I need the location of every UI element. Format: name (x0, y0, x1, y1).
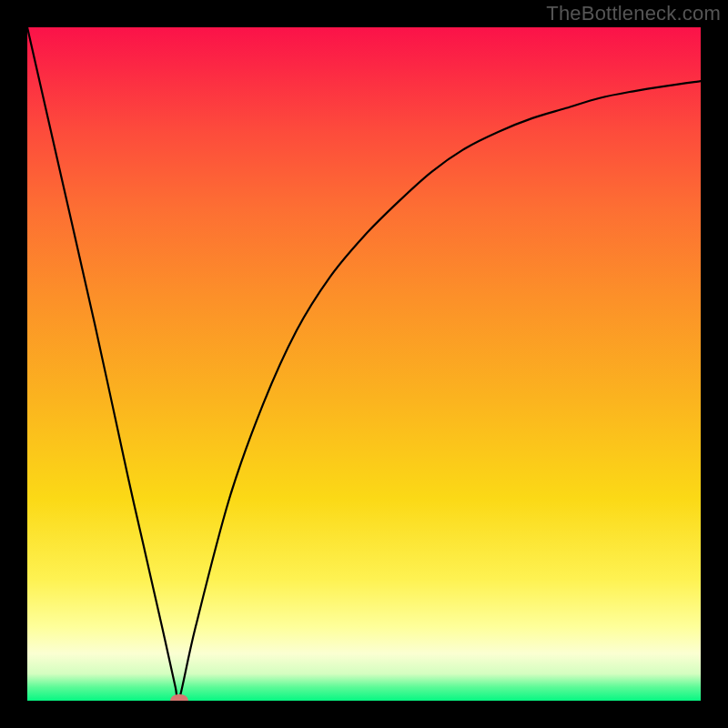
minimum-marker-icon (170, 694, 188, 701)
bottleneck-curve (27, 27, 701, 701)
plot-area (27, 27, 701, 701)
chart-frame: TheBottleneck.com (0, 0, 728, 728)
watermark-text: TheBottleneck.com (546, 2, 721, 25)
